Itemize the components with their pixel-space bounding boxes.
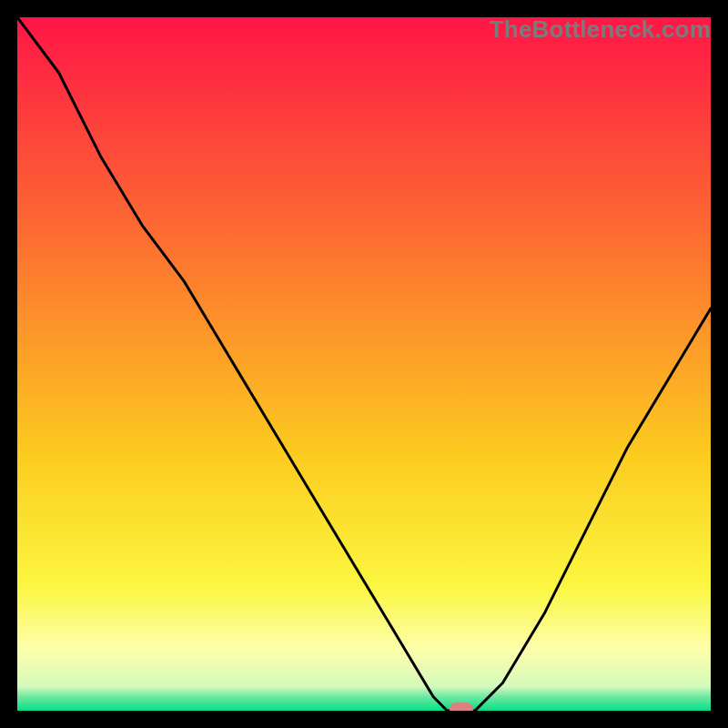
chart-frame: TheBottleneck.com	[0, 0, 728, 728]
bottleneck-curve	[17, 17, 711, 711]
optimum-marker	[450, 703, 473, 711]
watermark-text: TheBottleneck.com	[490, 17, 711, 44]
plot-area: TheBottleneck.com	[17, 17, 711, 711]
